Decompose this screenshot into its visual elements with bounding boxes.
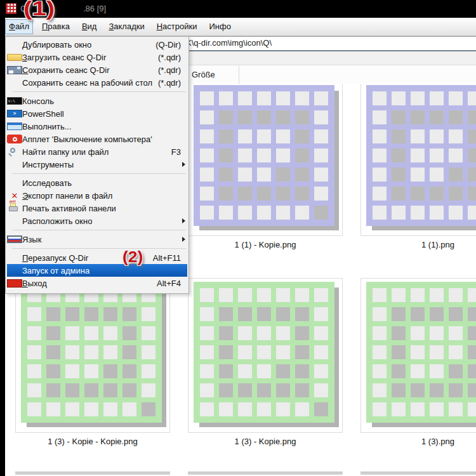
menu-item-shortcut: Alt+F4 (157, 279, 181, 288)
grid-tile (65, 326, 79, 340)
grid-tile (295, 110, 309, 124)
menu-item[interactable]: Сохранить сеанс на рабочий стол(*.qdr) (7, 76, 187, 89)
address-path[interactable]: K\q-dir.com\img\icon\Q\ (186, 37, 272, 50)
grid-tile (103, 326, 117, 340)
column-divider[interactable] (239, 66, 239, 84)
grid-tile (314, 187, 328, 201)
menubar-item[interactable]: Инфо (206, 19, 234, 34)
menu-separator (6, 227, 188, 233)
grid-tile (103, 345, 117, 359)
menubar-item[interactable]: Файл (5, 19, 33, 34)
menu-item[interactable]: Запуск от админа (7, 264, 187, 277)
menu-item[interactable]: Исследовать (7, 176, 187, 189)
grid-tile (46, 307, 60, 321)
menu-item[interactable]: Печать активной панели (7, 202, 187, 215)
menu-bar: ФайлПравкаВидЗакладкиНастройкиИнфо (5, 18, 476, 36)
menu-item-shortcut: F3 (171, 147, 181, 157)
menu-item[interactable]: Перезапуск Q-DirAlt+F11 (7, 251, 187, 264)
grid-tile (219, 149, 233, 162)
menu-item-shortcut: Alt+F11 (153, 253, 181, 263)
file-name-label[interactable]: 1 (3).png (360, 437, 476, 447)
grid-tile (411, 345, 425, 359)
grid-tile (373, 206, 387, 220)
grid-tile (430, 206, 444, 220)
menu-item-label: Исследовать (22, 178, 181, 188)
menu-item[interactable]: Дублировать окно(Q-Dir) (7, 38, 187, 51)
file-name-label[interactable]: 1 (1) - Kopie.png (188, 240, 343, 250)
grid-tile (276, 149, 290, 162)
file-thumbnail-partial[interactable] (15, 472, 170, 476)
grid-tile (314, 307, 328, 321)
menu-item[interactable]: Расположить окно (7, 215, 187, 227)
q-dir-app-icon[interactable] (6, 3, 17, 14)
grid-tile (449, 110, 463, 124)
grid-tile (373, 402, 387, 416)
file-name-label[interactable]: 1 (3) - Kopie - Kopie.png (15, 437, 170, 447)
grid-tile (314, 206, 328, 220)
grid-tile (411, 110, 425, 124)
grid-tile (468, 326, 476, 340)
menu-item[interactable]: ВыходAlt+F4 (7, 277, 187, 289)
search-icon (7, 147, 22, 157)
menubar-item[interactable]: Правка (39, 19, 73, 34)
menu-item[interactable]: Апплет 'Выключение компьютера' (7, 133, 187, 145)
grid-tile (219, 187, 233, 201)
grid-tile (238, 129, 252, 143)
icon-grid-image (194, 85, 334, 226)
file-thumbnail[interactable] (360, 81, 476, 236)
menu-item[interactable]: Выполнить... (7, 120, 187, 133)
grid-tile (257, 345, 271, 359)
grid-tile (219, 288, 233, 302)
grid-tile (65, 345, 79, 359)
grid-tile (449, 326, 463, 340)
grid-tile (373, 288, 387, 302)
menu-item[interactable]: c:\Консоль (7, 95, 187, 107)
grid-tile (122, 345, 136, 359)
grid-tile (27, 326, 41, 340)
grid-tile (373, 345, 387, 359)
grid-tile (314, 110, 328, 124)
menu-item-label: Выполнить... (22, 122, 181, 131)
grid-tile (314, 383, 328, 397)
file-thumbnail-partial[interactable] (188, 472, 343, 476)
menubar-item[interactable]: Вид (79, 19, 100, 34)
file-thumbnail[interactable] (15, 278, 170, 433)
menu-item[interactable]: Инструменты (7, 158, 187, 171)
menu-item[interactable]: Найти папку или файлF3 (7, 145, 187, 158)
grid-tile (276, 206, 290, 220)
grid-tile (314, 149, 328, 162)
grid-tile (142, 326, 155, 340)
menu-item[interactable]: >PowerShell (7, 107, 187, 120)
menu-item[interactable]: Сохранить сеанс Q-Dir(*.qdr) (7, 63, 187, 76)
menu-icon-spacer (7, 39, 22, 50)
icon-grid-image (194, 282, 334, 423)
file-name-label[interactable]: 1 (3) - Kopie.png (188, 437, 343, 447)
powershell-icon: > (7, 110, 22, 117)
menu-item[interactable]: Язык (7, 233, 187, 246)
menu-item-shortcut: (Q-Dir) (155, 40, 181, 50)
grid-tile (200, 345, 214, 359)
file-thumbnail[interactable] (188, 278, 343, 433)
grid-tile (46, 345, 60, 359)
menubar-item[interactable]: Закладки (105, 19, 147, 34)
column-header-size[interactable]: Größe (192, 66, 215, 84)
menu-item-label: Найти папку или файл (22, 147, 171, 157)
grid-tile (449, 402, 463, 416)
grid-tile (219, 345, 233, 359)
grid-tile (468, 402, 476, 416)
file-name-label[interactable]: 1 (1).png (360, 240, 476, 250)
menu-item[interactable]: Загрузить сеанс Q-Dir(*.qdr) (7, 51, 187, 63)
menu-separator (6, 246, 188, 251)
grid-tile (449, 129, 463, 143)
grid-tile (373, 149, 387, 162)
menu-item[interactable]: ✕portЭкспорт панели в файл (7, 189, 187, 202)
grid-tile (238, 345, 252, 359)
file-thumbnail-partial[interactable] (360, 472, 476, 476)
file-thumbnail[interactable] (360, 278, 476, 433)
grid-tile (276, 345, 290, 359)
file-thumbnail[interactable] (188, 81, 343, 236)
grid-tile (27, 402, 41, 416)
menubar-item[interactable]: Настройки (154, 19, 201, 34)
grid-tile (468, 91, 476, 105)
menu-item-label: Апплет 'Выключение компьютера' (22, 135, 181, 144)
